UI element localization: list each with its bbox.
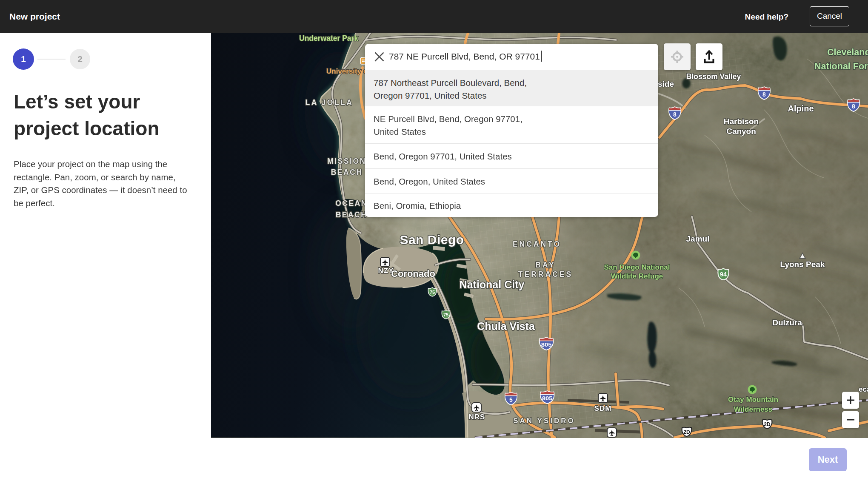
svg-text:BEACH: BEACH: [336, 211, 368, 219]
svg-text:San Diego: San Diego: [400, 233, 464, 247]
svg-text:Dulzura: Dulzura: [772, 318, 802, 327]
svg-text:MISSION: MISSION: [327, 157, 366, 165]
svg-text:2D: 2D: [683, 429, 690, 435]
svg-text:75: 75: [443, 312, 448, 317]
svg-text:Wildlife Refuge: Wildlife Refuge: [611, 272, 663, 280]
svg-text:TERRACES: TERRACES: [518, 270, 573, 279]
svg-text:Blossom Valley: Blossom Valley: [686, 72, 741, 81]
svg-text:OCEAN: OCEAN: [335, 199, 368, 208]
svg-text:NZY: NZY: [378, 267, 394, 275]
svg-text:San Diego National: San Diego National: [604, 263, 670, 271]
svg-text:5: 5: [509, 396, 513, 403]
svg-text:Otay Mountain: Otay Mountain: [728, 395, 778, 404]
svg-text:805: 805: [542, 395, 553, 401]
svg-text:Coronado: Coronado: [391, 268, 435, 279]
svg-text:Jamul: Jamul: [686, 234, 710, 243]
svg-text:National City: National City: [460, 279, 525, 290]
svg-text:SAN YSIDRO: SAN YSIDRO: [513, 417, 575, 425]
svg-text:8: 8: [673, 111, 677, 118]
svg-text:side: side: [658, 80, 674, 88]
svg-text:BEACH: BEACH: [331, 168, 363, 176]
svg-text:2D: 2D: [764, 421, 771, 427]
svg-text:National For: National For: [814, 61, 868, 71]
svg-text:Cleveland: Cleveland: [827, 47, 868, 57]
svg-text:94: 94: [720, 271, 727, 278]
svg-text:Wilderness: Wilderness: [734, 405, 773, 413]
svg-text:SDM: SDM: [594, 404, 612, 413]
svg-text:LA JOLLA: LA JOLLA: [306, 98, 354, 107]
svg-text:NRS: NRS: [469, 413, 485, 421]
svg-text:Lyons Peak: Lyons Peak: [780, 260, 825, 269]
svg-text:Underwater Park: Underwater Park: [299, 34, 358, 43]
svg-text:Canyon: Canyon: [726, 127, 756, 136]
svg-text:75: 75: [430, 290, 435, 295]
svg-text:8: 8: [762, 91, 766, 98]
svg-text:ecate: ecate: [859, 385, 868, 393]
svg-text:BAY: BAY: [535, 261, 555, 269]
svg-text:Chula Vista: Chula Vista: [477, 320, 535, 332]
svg-text:8: 8: [852, 103, 855, 110]
svg-text:Alpine: Alpine: [788, 104, 814, 113]
svg-text:Harbison: Harbison: [724, 117, 759, 126]
svg-text:805: 805: [541, 341, 552, 348]
svg-text:University o: University o: [326, 67, 368, 75]
svg-text:ENCANTO: ENCANTO: [513, 240, 561, 248]
